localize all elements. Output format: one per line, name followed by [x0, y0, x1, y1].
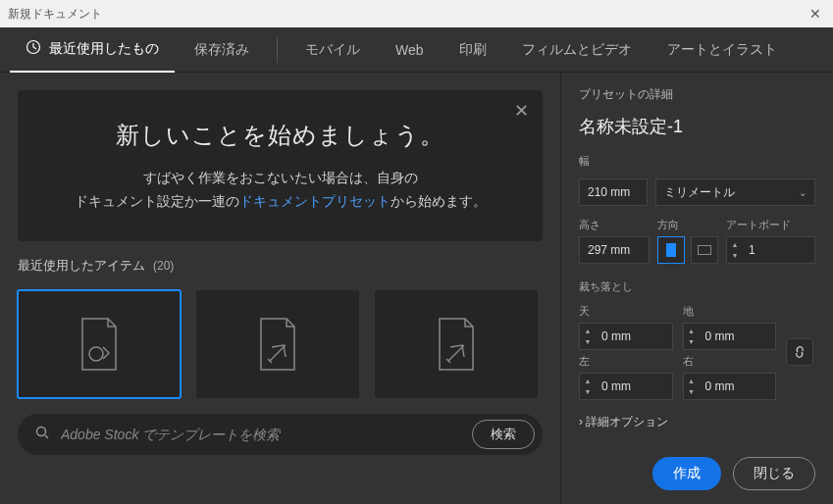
search-input[interactable] [61, 427, 460, 442]
window-title: 新規ドキュメント [8, 6, 102, 23]
category-tabs: 最近使用したもの 保存済み モバイル Web 印刷 フィルムとビデオ アートとイ… [0, 27, 833, 73]
tab-saved[interactable]: 保存済み [179, 27, 265, 73]
unit-select[interactable]: ミリメートル ⌄ [655, 178, 815, 206]
svg-point-2 [37, 428, 46, 436]
height-field[interactable]: 297 mm [579, 236, 650, 264]
tab-web[interactable]: Web [380, 27, 440, 73]
artboard-stepper[interactable]: ▲▼ 1 [726, 236, 815, 264]
recent-card-2[interactable] [196, 290, 359, 398]
tab-divider [277, 37, 278, 63]
preset-link[interactable]: ドキュメントプリセット [239, 193, 390, 209]
bleed-right-field[interactable]: ▲▼ 0 mm [683, 373, 777, 400]
artboard-label: アートボード [726, 218, 815, 232]
recent-card-3[interactable] [375, 290, 538, 398]
bleed-label: 裁ち落とし [579, 279, 815, 294]
width-field[interactable]: 210 mm [579, 178, 648, 206]
orientation-label: 方向 [657, 218, 718, 232]
hero-panel: ✕ 新しいことを始めましょう。 すばやく作業をおこないたい場合は、自身の ドキュ… [18, 90, 543, 241]
hero-close-icon[interactable]: ✕ [514, 100, 529, 122]
link-icon [793, 345, 807, 359]
step-up-icon[interactable]: ▲ [732, 239, 739, 250]
title-bar: 新規ドキュメント ✕ [0, 0, 833, 27]
document-icon [255, 317, 300, 372]
clock-icon [26, 39, 41, 58]
document-icon [77, 317, 122, 372]
tab-film[interactable]: フィルムとビデオ [506, 27, 648, 73]
chevron-down-icon: ⌄ [799, 187, 807, 198]
search-icon [35, 426, 49, 442]
hero-title: 新しいことを始めましょう。 [57, 120, 503, 151]
preset-panel: プリセットの詳細 名称未設定-1 幅 210 mm ミリメートル ⌄ 高さ 29… [560, 73, 833, 504]
width-label: 幅 [579, 154, 815, 169]
step-down-icon[interactable]: ▼ [732, 250, 739, 261]
tab-mobile[interactable]: モバイル [289, 27, 376, 73]
preset-heading: プリセットの詳細 [579, 86, 815, 103]
height-label: 高さ [579, 218, 650, 232]
recent-items [18, 290, 543, 398]
link-bleed-button[interactable] [786, 338, 813, 366]
create-button[interactable]: 作成 [652, 457, 721, 490]
close-button[interactable]: 閉じる [733, 457, 815, 490]
bleed-left-label: 左 [579, 354, 673, 369]
orientation-portrait[interactable] [657, 236, 685, 264]
bleed-left-field[interactable]: ▲▼ 0 mm [579, 373, 673, 400]
bleed-right-label: 右 [683, 354, 777, 369]
stock-search: 検索 [18, 414, 543, 455]
recent-heading: 最近使用したアイテム (20) [18, 257, 543, 275]
advanced-toggle[interactable]: 詳細オプション [579, 414, 815, 430]
svg-point-1 [89, 347, 103, 361]
tab-art[interactable]: アートとイラスト [651, 27, 793, 73]
search-button[interactable]: 検索 [472, 420, 535, 449]
document-name[interactable]: 名称未設定-1 [579, 115, 815, 138]
recent-card-1[interactable] [18, 290, 181, 398]
bleed-bottom-field[interactable]: ▲▼ 0 mm [683, 323, 777, 350]
hero-text: すばやく作業をおこないたい場合は、自身の ドキュメント設定か一連のドキュメントプ… [57, 167, 503, 214]
orientation-landscape[interactable] [691, 236, 718, 264]
bleed-top-field[interactable]: ▲▼ 0 mm [579, 323, 673, 350]
bleed-top-label: 天 [579, 304, 673, 319]
tab-print[interactable]: 印刷 [443, 27, 502, 73]
bleed-bottom-label: 地 [683, 304, 777, 319]
window-close-icon[interactable]: ✕ [806, 6, 825, 22]
tab-recent[interactable]: 最近使用したもの [10, 27, 175, 73]
document-icon [434, 317, 479, 372]
